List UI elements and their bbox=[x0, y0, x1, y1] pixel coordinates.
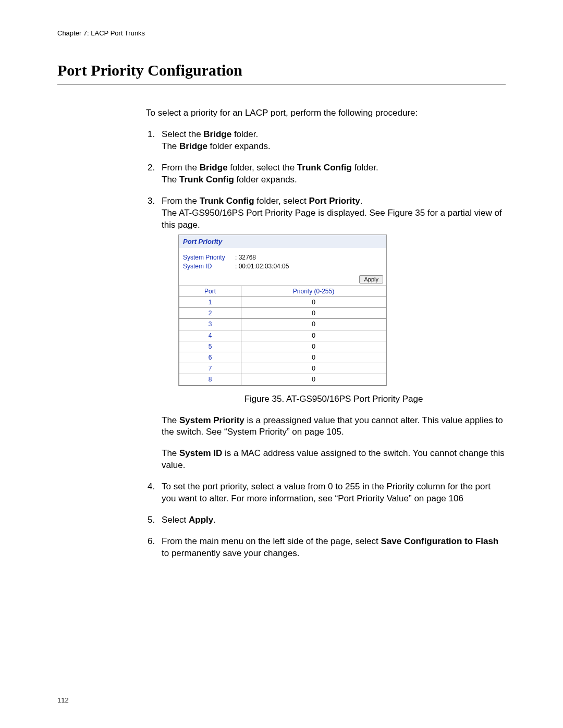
table-row: 20 bbox=[179, 308, 386, 319]
priority-cell[interactable]: 0 bbox=[241, 330, 386, 341]
figure-caption: Figure 35. AT-GS950/16PS Port Priority P… bbox=[162, 393, 506, 405]
bold: Apply bbox=[189, 515, 213, 525]
bold: Port Priority bbox=[309, 196, 360, 206]
bold: Trunk Config bbox=[297, 163, 352, 172]
priority-cell[interactable]: 0 bbox=[241, 297, 386, 308]
text: folder expands. bbox=[207, 141, 271, 151]
text: The AT-GS950/16PS Port Priority Page is … bbox=[162, 208, 502, 230]
note-system-priority: The System Priority is a preassigned val… bbox=[162, 415, 506, 439]
bold: Bridge bbox=[179, 141, 207, 151]
table-row: 30 bbox=[179, 319, 386, 330]
sys-priority-value: : 32768 bbox=[235, 253, 256, 262]
text: folder, select bbox=[254, 196, 309, 206]
col-priority-header: Priority (0-255) bbox=[241, 286, 386, 297]
port-cell: 8 bbox=[179, 374, 241, 385]
note-system-id: The System ID is a MAC address value ass… bbox=[162, 448, 506, 472]
text: Select the bbox=[162, 129, 203, 139]
panel-title: Port Priority bbox=[179, 235, 386, 249]
table-row: 40 bbox=[179, 330, 386, 341]
step-3: From the Trunk Config folder, select Por… bbox=[157, 195, 506, 472]
bold: System Priority bbox=[179, 415, 244, 425]
bold: Trunk Config bbox=[200, 196, 254, 206]
priority-cell[interactable]: 0 bbox=[241, 319, 386, 330]
table-row: 70 bbox=[179, 363, 386, 374]
table-row: 60 bbox=[179, 352, 386, 363]
port-cell: 2 bbox=[179, 308, 241, 319]
text: folder. bbox=[352, 163, 378, 172]
page-number: 112 bbox=[57, 696, 69, 705]
port-cell: 1 bbox=[179, 297, 241, 308]
text: Select bbox=[162, 515, 189, 525]
port-cell: 5 bbox=[179, 341, 241, 352]
port-cell: 6 bbox=[179, 352, 241, 363]
text: to permanently save your changes. bbox=[162, 548, 300, 558]
text: The bbox=[162, 175, 179, 184]
text: From the bbox=[162, 196, 200, 206]
step-6: From the main menu on the left side of t… bbox=[157, 536, 506, 560]
text: . bbox=[213, 515, 216, 525]
priority-cell[interactable]: 0 bbox=[241, 341, 386, 352]
port-priority-panel: Port Priority System Priority : 32768 Sy… bbox=[178, 235, 387, 386]
section-title: Port Priority Configuration bbox=[57, 60, 506, 85]
bold: System ID bbox=[179, 448, 222, 458]
step-4: To set the port priority, select a value… bbox=[157, 481, 506, 505]
figure-35: Port Priority System Priority : 32768 Sy… bbox=[178, 235, 506, 405]
bold: Bridge bbox=[200, 163, 228, 172]
text: The bbox=[162, 141, 179, 151]
intro-paragraph: To select a priority for an LACP port, p… bbox=[146, 107, 506, 119]
sys-priority-label: System Priority bbox=[183, 253, 235, 262]
text: folder expands. bbox=[234, 175, 297, 184]
text: From the main menu on the left side of t… bbox=[162, 536, 381, 546]
table-row: 10 bbox=[179, 297, 386, 308]
bold: Bridge bbox=[203, 129, 231, 139]
port-cell: 4 bbox=[179, 330, 241, 341]
procedure-list: Select the Bridge folder. The Bridge fol… bbox=[146, 129, 506, 560]
step-5: Select Apply. bbox=[157, 514, 506, 526]
bold: Save Configuration to Flash bbox=[381, 536, 499, 546]
step-1: Select the Bridge folder. The Bridge fol… bbox=[157, 129, 506, 153]
sys-id-value: : 00:01:02:03:04:05 bbox=[235, 262, 289, 271]
priority-cell[interactable]: 0 bbox=[241, 308, 386, 319]
col-port-header: Port bbox=[179, 286, 241, 297]
priority-cell[interactable]: 0 bbox=[241, 352, 386, 363]
table-row: 80 bbox=[179, 374, 386, 385]
port-cell: 7 bbox=[179, 363, 241, 374]
apply-button[interactable]: Apply bbox=[359, 275, 383, 283]
table-row: 50 bbox=[179, 341, 386, 352]
text: To set the port priority, select a value… bbox=[162, 482, 491, 503]
bold: Trunk Config bbox=[179, 175, 234, 184]
text: From the bbox=[162, 163, 200, 172]
port-cell: 3 bbox=[179, 319, 241, 330]
text: folder. bbox=[231, 129, 258, 139]
step-2: From the Bridge folder, select the Trunk… bbox=[157, 162, 506, 186]
text: The bbox=[162, 448, 179, 458]
chapter-header: Chapter 7: LACP Port Trunks bbox=[57, 29, 506, 38]
priority-cell[interactable]: 0 bbox=[241, 374, 386, 385]
port-priority-table: Port Priority (0-255) 10 20 30 40 50 60 bbox=[179, 286, 386, 386]
text: The bbox=[162, 415, 179, 425]
text: . bbox=[360, 196, 363, 206]
sys-id-label: System ID bbox=[183, 262, 235, 271]
priority-cell[interactable]: 0 bbox=[241, 363, 386, 374]
text: folder, select the bbox=[228, 163, 297, 172]
panel-info: System Priority : 32768 System ID : 00:0… bbox=[179, 248, 386, 274]
